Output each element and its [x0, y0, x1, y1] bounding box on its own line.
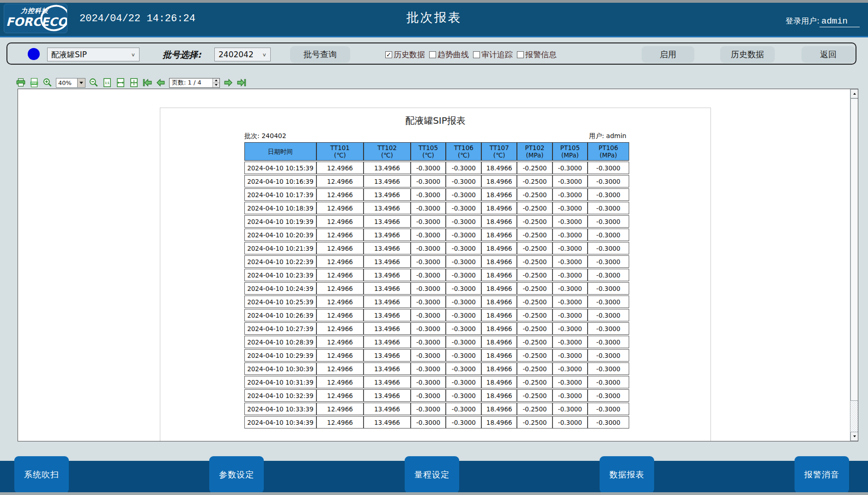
cell-datetime: 2024-04-10 10:24:39 [244, 282, 316, 295]
actual-size-icon[interactable]: 1:1 [102, 78, 112, 88]
cell-value: -0.2500 [517, 403, 552, 415]
column-header: TT102(℃) [364, 142, 410, 161]
cell-value: -0.3000 [552, 376, 588, 388]
spinner-up-icon[interactable] [213, 78, 219, 83]
chevron-down-icon: ∨ [131, 52, 135, 57]
cell-value: -0.3000 [446, 188, 481, 201]
scroll-up-icon[interactable] [850, 89, 858, 98]
page-title: 批次报表 [0, 9, 868, 26]
cell-value: -0.3000 [446, 376, 481, 388]
nav-button-1[interactable]: 系统吹扫 [14, 456, 69, 493]
fit-page-icon[interactable] [129, 78, 139, 88]
cell-value: -0.2500 [517, 215, 552, 228]
table-row: 2024-04-10 10:20:3912.496613.4966-0.3000… [244, 229, 629, 241]
column-header: 日期时间 [244, 142, 316, 161]
login-info: 登录用户:admin [785, 16, 860, 26]
scrollbar-thumb[interactable] [850, 98, 858, 401]
spinner-down-icon[interactable] [213, 83, 219, 87]
cell-value: 13.4966 [364, 309, 410, 321]
cell-value: -0.3000 [552, 175, 588, 187]
device-select-value: 配液罐SIP [51, 49, 87, 60]
cell-datetime: 2024-04-10 10:29:39 [244, 349, 316, 362]
cell-value: -0.3000 [552, 202, 588, 214]
return-button[interactable]: 返回 [801, 46, 855, 63]
checkbox-label: 趋势曲线 [437, 49, 469, 60]
cell-value: -0.2500 [517, 269, 552, 281]
nav-button-5[interactable]: 报警消音 [795, 456, 849, 493]
last-page-icon[interactable] [237, 78, 247, 88]
checkbox-item-2[interactable]: 趋势曲线 [429, 49, 469, 60]
checkbox-box[interactable] [473, 51, 480, 58]
zoom-level-select[interactable]: 40% [56, 78, 85, 88]
cell-value: -0.3000 [588, 269, 629, 281]
checkbox-box[interactable] [517, 51, 524, 58]
cell-value: -0.3000 [446, 336, 481, 348]
table-row: 2024-04-10 10:21:3912.496613.4966-0.3000… [244, 242, 629, 254]
cell-value: -0.3000 [588, 403, 629, 415]
nav-button-2[interactable]: 参数设定 [209, 456, 264, 493]
cell-value: 13.4966 [364, 376, 410, 388]
cell-datetime: 2024-04-10 10:32:39 [244, 389, 316, 402]
batch-query-button[interactable]: 批号查询 [290, 46, 350, 63]
nav-button-3[interactable]: 量程设定 [405, 456, 459, 493]
cell-datetime: 2024-04-10 10:18:39 [244, 202, 316, 214]
cell-value: 18.4966 [481, 269, 517, 281]
app-window: 力控科技 FORCECON 2024/04/22 14:26:24 批次报表 登… [0, 0, 868, 495]
enable-button[interactable]: 启用 [642, 46, 694, 63]
cell-value: 13.4966 [364, 175, 410, 187]
vertical-scrollbar[interactable] [850, 89, 858, 441]
cell-value: -0.3000 [411, 229, 446, 241]
next-page-icon[interactable] [223, 78, 233, 88]
cell-value: 12.4966 [316, 242, 364, 254]
report-table-body: 2024-04-10 10:15:3912.496613.4966-0.3000… [244, 162, 629, 429]
checkbox-box[interactable]: ✓ [385, 51, 392, 58]
scroll-down-icon[interactable] [850, 432, 858, 441]
zoom-out-icon[interactable] [89, 78, 99, 88]
nav-button-4[interactable]: 数据报表 [600, 456, 654, 493]
cell-value: -0.3000 [411, 242, 446, 254]
checkbox-label: 报警信息 [525, 49, 557, 60]
device-select[interactable]: 配液罐SIP ∨ [47, 48, 140, 61]
cell-value: 12.4966 [316, 282, 364, 295]
prev-page-icon[interactable] [156, 78, 166, 88]
table-row: 2024-04-10 10:26:3912.496613.4966-0.3000… [244, 309, 629, 321]
cell-value: -0.3000 [588, 175, 629, 187]
cell-value: -0.3000 [446, 175, 481, 187]
cell-value: 13.4966 [364, 336, 410, 348]
toolbar-group: 配液罐SIP ∨ 批号选择: 2402042 ∨ 批号查询 ✓历史数据趋势曲线审… [6, 42, 856, 65]
cell-value: -0.3000 [446, 349, 481, 362]
fit-width-icon[interactable] [115, 78, 126, 88]
zoom-in-icon[interactable] [42, 78, 53, 88]
pdf-export-icon[interactable]: PDF [29, 78, 39, 88]
page-counter[interactable]: 页数: 1 / 4 [169, 78, 220, 88]
batch-select[interactable]: 2402042 ∨ [214, 48, 271, 61]
checkbox-box[interactable] [429, 51, 436, 58]
cell-value: 13.4966 [364, 269, 410, 281]
cell-value: -0.3000 [446, 322, 481, 335]
page-spinner[interactable] [212, 78, 219, 87]
cell-value: -0.3000 [446, 202, 481, 214]
table-row: 2024-04-10 10:31:3912.496613.4966-0.3000… [244, 376, 629, 388]
cell-value: -0.3000 [411, 336, 446, 348]
cell-value: -0.3000 [588, 215, 629, 228]
checkbox-item-3[interactable]: 审计追踪 [473, 49, 513, 60]
status-indicator-circle [28, 48, 40, 60]
cell-value: 18.4966 [481, 255, 517, 268]
checkbox-item-4[interactable]: 报警信息 [517, 49, 557, 60]
first-page-icon[interactable] [142, 78, 152, 88]
cell-value: -0.3000 [446, 269, 481, 281]
cell-value: 13.4966 [364, 255, 410, 268]
printer-icon[interactable] [16, 78, 26, 88]
checkbox-item-1[interactable]: ✓历史数据 [385, 49, 425, 60]
login-label: 登录用户: [785, 16, 819, 25]
cell-datetime: 2024-04-10 10:31:39 [244, 376, 316, 388]
dropdown-arrow-icon[interactable] [77, 78, 85, 87]
report-table: 日期时间TT101(℃)TT102(℃)TT105(℃)TT106(℃)TT10… [244, 141, 629, 429]
cell-value: 18.4966 [481, 229, 517, 241]
cell-value: 18.4966 [481, 336, 517, 348]
table-row: 2024-04-10 10:15:3912.496613.4966-0.3000… [244, 162, 629, 174]
cell-value: -0.3000 [411, 175, 446, 187]
cell-value: -0.3000 [411, 282, 446, 295]
cell-value: 18.4966 [481, 322, 517, 335]
history-data-button[interactable]: 历史数据 [720, 46, 775, 63]
